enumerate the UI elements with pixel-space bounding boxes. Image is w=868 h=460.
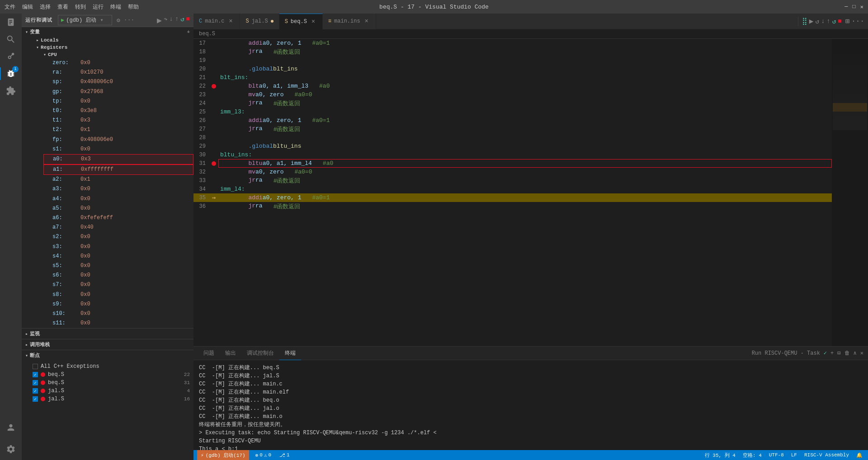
bp-jal-4[interactable]: ✓ jal.S 4 xyxy=(22,387,193,395)
tab-problems[interactable]: 问题 xyxy=(198,347,220,360)
code-line-26[interactable]: 26 addi a0, zero, 1#a0=1 xyxy=(193,116,832,125)
variables-expand-icon[interactable]: + xyxy=(187,29,190,35)
code-line-33[interactable]: 33 jr ra#函数返回 xyxy=(193,176,832,185)
source-control-icon[interactable] xyxy=(5,50,17,63)
reg-a4[interactable]: a4: 0x0 xyxy=(43,194,193,204)
reg-ra[interactable]: ra: 0x10270 xyxy=(43,68,193,77)
reg-s8[interactable]: s8: 0x0 xyxy=(43,290,193,300)
reg-a7[interactable]: a7: 0x40 xyxy=(43,223,193,232)
bp-beq-22[interactable]: ✓ beq.S 22 xyxy=(22,371,193,379)
code-line-27[interactable]: 27 jr ra#函数返回 xyxy=(193,125,832,133)
bp-checkbox[interactable]: ✓ xyxy=(33,388,38,394)
search-icon[interactable] xyxy=(5,33,17,46)
debug-toolbar-reload[interactable]: ↺ xyxy=(832,18,836,25)
tab-beq-s[interactable]: S beq.S × xyxy=(279,14,323,29)
bp-checkbox[interactable]: ✓ xyxy=(33,372,38,377)
spaces-status[interactable]: 空格: 4 xyxy=(741,452,764,459)
panel-up-icon[interactable]: ∧ xyxy=(854,350,857,357)
reg-sp[interactable]: sp: 0x408006c0 xyxy=(43,77,193,87)
reg-s11[interactable]: s11: 0x0 xyxy=(43,319,193,328)
close-icon[interactable]: × xyxy=(363,18,370,25)
menu-help[interactable]: 帮助 xyxy=(128,3,139,11)
tab-terminal[interactable]: 终端 xyxy=(279,347,301,360)
bp-checkbox[interactable]: ✓ xyxy=(33,380,38,385)
debug-more-icon[interactable]: ··· xyxy=(124,17,134,23)
reg-a5[interactable]: a5: 0x0 xyxy=(43,204,193,213)
panel-add-icon[interactable]: + xyxy=(830,350,834,357)
line-col-status[interactable]: 行 35, 列 4 xyxy=(703,452,737,459)
menu-goto[interactable]: 转到 xyxy=(75,3,86,11)
reg-a1[interactable]: a1: 0xffffffff xyxy=(43,164,193,175)
watch-section[interactable]: ▸ 监视 xyxy=(22,328,193,339)
debug-settings-icon[interactable]: ⚙ xyxy=(117,17,120,24)
code-line-36[interactable]: 36 jr ra#函数返回 xyxy=(193,202,832,211)
locals-header[interactable]: ▸ Locals xyxy=(29,37,193,44)
tab-jal-s[interactable]: S jal.S xyxy=(240,14,279,29)
tab-debug-console[interactable]: 调试控制台 xyxy=(241,347,279,360)
code-line-32[interactable]: 32 mv a0, zero#a0=0 xyxy=(193,168,832,176)
menu-file[interactable]: 文件 xyxy=(5,3,15,11)
bp-all-cpp[interactable]: All C++ Exceptions xyxy=(22,362,193,371)
reg-a2[interactable]: a2: 0x1 xyxy=(43,175,193,184)
debug-icon[interactable]: 1 xyxy=(5,67,17,80)
menu-select[interactable]: 选择 xyxy=(40,3,51,11)
terminal-content[interactable]: CC -[M] 正在构建... beq.SCC -[M] 正在构建... jal… xyxy=(193,360,868,450)
reg-s1[interactable]: s1: 0x0 xyxy=(43,145,193,154)
code-line-20[interactable]: 20 .global blt_ins xyxy=(193,65,832,73)
reg-s5[interactable]: s5: 0x0 xyxy=(43,261,193,271)
layout-icon[interactable]: ⊞ xyxy=(845,17,850,26)
bp-checkbox[interactable]: ✓ xyxy=(33,396,38,402)
debug-restart-icon[interactable]: ↺ xyxy=(180,15,184,25)
debug-toolbar-restart[interactable]: ↺ xyxy=(815,18,819,25)
debug-stop-icon[interactable]: ■ xyxy=(186,15,190,25)
window-controls[interactable]: ─ □ ✕ xyxy=(844,4,863,10)
bp-beq-31[interactable]: ✓ beq.S 31 xyxy=(22,379,193,387)
reg-t0[interactable]: t0: 0x3e8 xyxy=(43,106,193,116)
variables-section-header[interactable]: ▾ 变量 + xyxy=(22,27,193,37)
close-icon[interactable]: × xyxy=(227,18,234,25)
panel-split-icon[interactable]: ⊟ xyxy=(837,350,840,357)
tab-main-ins[interactable]: ≡ main.ins × xyxy=(323,14,376,29)
reg-a0[interactable]: a0: 0x3 xyxy=(43,154,193,164)
reg-s4[interactable]: s4: 0x0 xyxy=(43,252,193,261)
debug-selector[interactable]: ▶ (gdb) 启动 ▾ xyxy=(58,15,112,25)
bp-jal-16[interactable]: ✓ jal.S 16 xyxy=(22,395,193,403)
reg-fp[interactable]: fp: 0x408006e0 xyxy=(43,135,193,145)
breakpoints-section-header[interactable]: ▾ 断点 xyxy=(22,350,193,361)
reg-t1[interactable]: t1: 0x3 xyxy=(43,116,193,125)
debug-toolbar-step-out[interactable]: ↑ xyxy=(826,18,830,25)
menu-bar[interactable]: 文件 编辑 选择 查看 转到 运行 终端 帮助 xyxy=(5,3,139,11)
menu-view[interactable]: 查看 xyxy=(57,3,68,11)
debug-toolbar-stop[interactable]: ■ xyxy=(838,18,841,25)
debug-toolbar-step-in[interactable]: ↓ xyxy=(821,18,825,25)
more-icon[interactable]: ··· xyxy=(851,17,864,25)
code-line-19[interactable]: 19 xyxy=(193,56,832,65)
bp-checkbox[interactable] xyxy=(33,364,38,369)
debug-step-over-icon[interactable]: ↷ xyxy=(164,15,167,25)
reg-a6[interactable]: a6: 0xfefefeff xyxy=(43,213,193,223)
debug-step-out-icon[interactable]: ↑ xyxy=(175,15,179,25)
reg-zero[interactable]: zero: 0x0 xyxy=(43,58,193,68)
code-line-25[interactable]: 25imm_l3: xyxy=(193,108,832,116)
reg-s7[interactable]: s7: 0x0 xyxy=(43,280,193,290)
close-button[interactable]: ✕ xyxy=(860,4,863,10)
line-ending-status[interactable]: LF xyxy=(789,452,799,459)
reg-s3[interactable]: s3: 0x0 xyxy=(43,242,193,252)
code-line-31[interactable]: 31 bltu a0, a1, imm_l4#a0 xyxy=(193,159,832,168)
cpu-header[interactable]: ▾ CPU xyxy=(36,51,193,58)
code-line-30[interactable]: 30bltu_ins: xyxy=(193,150,832,159)
menu-edit[interactable]: 编辑 xyxy=(22,3,33,11)
menu-run[interactable]: 运行 xyxy=(93,3,104,11)
code-content[interactable]: 17 addi a0, zero, 1#a0=118 jr ra#函数返回192… xyxy=(193,39,832,346)
registers-header[interactable]: ▾ Registers xyxy=(29,44,193,51)
account-icon[interactable] xyxy=(5,421,17,434)
debug-step-into-icon[interactable]: ↓ xyxy=(169,15,173,25)
reg-s6[interactable]: s6: 0x0 xyxy=(43,271,193,280)
debug-continue-icon[interactable]: ▶ xyxy=(157,15,162,25)
maximize-button[interactable]: □ xyxy=(853,4,856,10)
code-line-24[interactable]: 24 jr ra#函数返回 xyxy=(193,99,832,108)
reg-tp[interactable]: tp: 0x0 xyxy=(43,97,193,106)
reg-gp[interactable]: gp: 0x27968 xyxy=(43,87,193,97)
extensions-icon[interactable] xyxy=(5,84,17,97)
menu-terminal[interactable]: 终端 xyxy=(110,3,121,11)
